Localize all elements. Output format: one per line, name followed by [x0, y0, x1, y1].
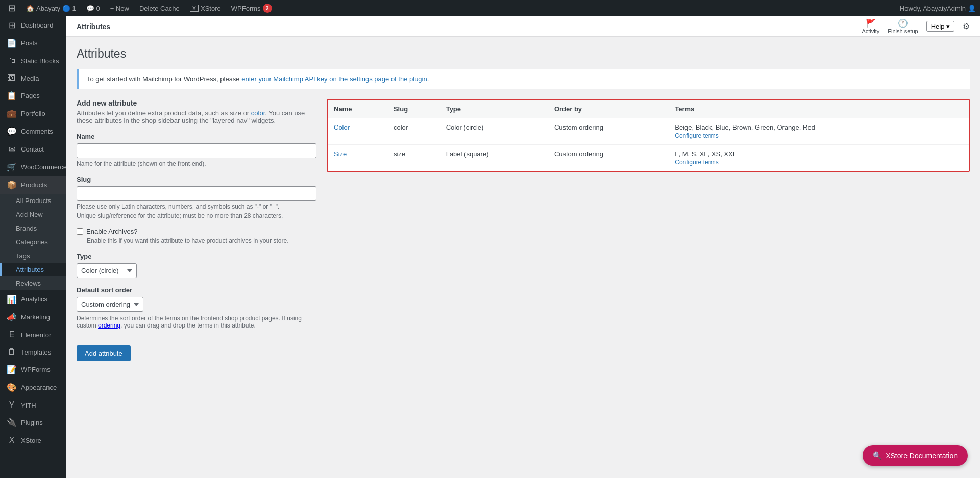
- add-attribute-button[interactable]: Add attribute: [77, 345, 131, 361]
- slug-input[interactable]: [77, 186, 316, 201]
- adminbar-wpforms[interactable]: WPForms 2: [227, 0, 276, 16]
- xstore-doc-button[interactable]: 🔍 XStore Documentation: [863, 445, 968, 466]
- sort-order-select[interactable]: Custom ordering Name Name (numeric) Term…: [77, 297, 143, 312]
- sidebar-item-media[interactable]: 🖼 Media: [0, 69, 66, 87]
- sidebar-item-static-blocks[interactable]: 🗂 Static Blocks: [0, 52, 66, 69]
- activity-icon: 🚩: [866, 18, 876, 28]
- adminbar-site[interactable]: 🏠 Abayaty 🔵 1: [22, 0, 80, 16]
- attr-type-size: Label (square): [440, 145, 548, 171]
- sidebar-item-wpforms[interactable]: 📝 WPForms: [0, 361, 66, 379]
- topbar-actions: 🚩 Activity 🕐 Finish setup Help ▾ ⚙: [862, 18, 970, 34]
- table-row: Color color Color (circle) Custom orderi…: [328, 118, 969, 145]
- attr-name-link-color[interactable]: Color: [334, 123, 350, 131]
- sidebar-item-analytics[interactable]: 📊 Analytics: [0, 290, 66, 308]
- sidebar-item-posts[interactable]: 📄 Posts: [0, 34, 66, 52]
- activity-button[interactable]: 🚩 Activity: [862, 18, 879, 34]
- adminbar-delete-cache[interactable]: Delete Cache: [135, 0, 184, 16]
- help-button[interactable]: Help ▾: [926, 21, 954, 32]
- enable-archives-hint: Enable this if you want this attribute t…: [87, 237, 316, 244]
- page-title: Attributes: [77, 47, 970, 61]
- col-header-name: Name: [328, 100, 387, 118]
- sidebar-item-xstore[interactable]: X XStore: [0, 432, 66, 449]
- sidebar-item-add-new[interactable]: Add New: [0, 208, 66, 221]
- sidebar-item-pages[interactable]: 📋 Pages: [0, 87, 66, 105]
- plugins-icon: 🔌: [7, 418, 17, 427]
- form-title: Add new attribute: [77, 99, 316, 107]
- configure-terms-size[interactable]: Configure terms: [675, 159, 963, 166]
- attr-name-link-size[interactable]: Size: [334, 150, 347, 158]
- sidebar-item-tags[interactable]: Tags: [0, 249, 66, 263]
- sidebar-item-brands[interactable]: Brands: [0, 221, 66, 235]
- enable-archives-checkbox[interactable]: [77, 228, 83, 235]
- sort-order-hint: Determines the sort order of the terms o…: [77, 315, 316, 329]
- sidebar-item-products[interactable]: 📦 Products: [0, 176, 66, 194]
- ordering-link[interactable]: ordering: [98, 322, 120, 329]
- sidebar-item-marketing[interactable]: 📣 Marketing: [0, 308, 66, 326]
- color-link[interactable]: color: [251, 109, 265, 117]
- analytics-icon: 📊: [7, 294, 17, 304]
- woocommerce-icon: 🛒: [7, 162, 17, 172]
- sidebar-item-woocommerce[interactable]: 🛒 WooCommerce: [0, 158, 66, 176]
- xstore-icon: X: [7, 436, 17, 445]
- sidebar-item-dashboard[interactable]: ⊞ Dashboard: [0, 16, 66, 34]
- sidebar-item-appearance[interactable]: 🎨 Appearance: [0, 379, 66, 396]
- type-select[interactable]: Color (circle) Label (square) Select Tex…: [77, 263, 137, 278]
- wp-logo[interactable]: ⊞: [4, 3, 20, 14]
- slug-field-section: Slug Please use only Latin characters, n…: [77, 175, 316, 219]
- name-input[interactable]: [77, 143, 316, 158]
- sidebar-item-comments[interactable]: 💬 Comments: [0, 122, 66, 140]
- name-label: Name: [77, 133, 316, 140]
- appearance-icon: 🎨: [7, 383, 17, 392]
- attributes-table: Name Slug Type Order by Terms: [328, 100, 969, 171]
- col-header-slug: Slug: [387, 100, 440, 118]
- sidebar-item-yith[interactable]: Y YITH: [0, 396, 66, 414]
- sidebar-item-portfolio[interactable]: 💼 Portfolio: [0, 105, 66, 122]
- adminbar-comments[interactable]: 💬 0: [82, 0, 104, 16]
- slug-hint2: Unique slug/reference for the attribute;…: [77, 212, 316, 219]
- col-header-type: Type: [440, 100, 548, 118]
- sort-order-label: Default sort order: [77, 286, 316, 294]
- attr-type-color: Color (circle): [440, 118, 548, 145]
- settings-icon[interactable]: ⚙: [963, 21, 970, 31]
- mailchimp-link[interactable]: enter your Mailchimp API key on the sett…: [241, 75, 427, 83]
- attr-terms-color: Beige, Black, Blue, Brown, Green, Orange…: [669, 118, 969, 145]
- adminbar-xstore[interactable]: X XStore: [186, 0, 225, 16]
- templates-icon: 🗒: [7, 347, 17, 357]
- attributes-table-container: Name Slug Type Order by Terms: [327, 99, 970, 361]
- static-blocks-icon: 🗂: [7, 56, 17, 65]
- slug-hint1: Please use only Latin characters, number…: [77, 203, 316, 210]
- sidebar-item-attributes[interactable]: Attributes: [0, 263, 66, 276]
- yith-icon: Y: [7, 400, 17, 410]
- topbar: Attributes 🚩 Activity 🕐 Finish setup Hel…: [66, 16, 980, 37]
- products-icon: 📦: [7, 180, 17, 190]
- finish-setup-button[interactable]: 🕐 Finish setup: [888, 18, 918, 34]
- attr-slug-size: size: [387, 145, 440, 171]
- add-attribute-form: Add new attribute Attributes let you def…: [77, 99, 316, 361]
- comments-icon: 💬: [7, 127, 17, 136]
- configure-terms-color[interactable]: Configure terms: [675, 132, 963, 139]
- posts-icon: 📄: [7, 38, 17, 48]
- attr-name-size: Size: [328, 145, 387, 171]
- type-label: Type: [77, 253, 316, 260]
- name-hint: Name for the attribute (shown on the fro…: [77, 160, 316, 167]
- sidebar-item-contact[interactable]: ✉ Contact: [0, 140, 66, 158]
- attr-name-color: Color: [328, 118, 387, 145]
- sidebar-item-elementor[interactable]: E Elementor: [0, 326, 66, 343]
- sidebar-item-categories[interactable]: Categories: [0, 235, 66, 249]
- name-field-section: Name Name for the attribute (shown on th…: [77, 133, 316, 167]
- sidebar-item-reviews[interactable]: Reviews: [0, 276, 66, 290]
- sidebar-item-all-products[interactable]: All Products: [0, 194, 66, 208]
- sidebar-item-templates[interactable]: 🗒 Templates: [0, 343, 66, 361]
- form-description: Attributes let you define extra product …: [77, 109, 316, 124]
- slug-label: Slug: [77, 175, 316, 183]
- sort-order-section: Default sort order Custom ordering Name …: [77, 286, 316, 329]
- search-icon: 🔍: [873, 451, 881, 460]
- products-submenu: All Products Add New Brands Categories T…: [0, 194, 66, 290]
- sidebar-item-plugins[interactable]: 🔌 Plugins: [0, 414, 66, 432]
- mailchimp-notice: To get started with Mailchimp for WordPr…: [77, 69, 970, 89]
- main-content: Attributes 🚩 Activity 🕐 Finish setup Hel…: [66, 16, 980, 478]
- elementor-icon: E: [7, 330, 17, 339]
- adminbar-new[interactable]: + New: [106, 0, 133, 16]
- enable-archives-label[interactable]: Enable Archives?: [77, 228, 316, 235]
- clock-icon: 🕐: [898, 18, 908, 28]
